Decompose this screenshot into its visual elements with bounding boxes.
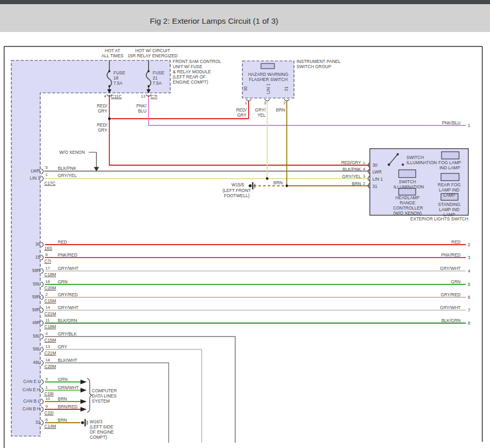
sam-lin1-label: LIN 1 xyxy=(19,175,40,181)
ground-row-conn: C14M xyxy=(44,424,56,429)
wo-xenon-pointer xyxy=(89,152,99,171)
row-wire-name: BLK/WHT xyxy=(58,358,77,363)
row-left-label: 49L xyxy=(19,360,40,365)
circuit-num: 4 xyxy=(468,268,470,274)
row-conn: C20M xyxy=(44,364,56,369)
fog-lamp-label: FOG LAMP IND LAMP xyxy=(436,160,463,170)
ground1-name: W15/5 xyxy=(227,182,249,187)
row-wire-name-right: GRY/WHT xyxy=(410,305,461,310)
hazard-pin-bottom-3: 3 xyxy=(256,101,266,105)
ground1-location: (LEFT FRONT FOOTWELL) xyxy=(220,188,254,198)
row-wire-name: PNK/RED xyxy=(58,252,77,258)
can-left-label: CAN E L xyxy=(15,379,40,384)
row-pin: 16 xyxy=(45,279,50,284)
row-conn: C15M xyxy=(44,298,56,303)
row-wire-name-right: GRN xyxy=(410,279,461,284)
circuit-num: 7 xyxy=(468,308,470,313)
row-wire-name-right: RED xyxy=(410,239,461,245)
row-conn: C20M xyxy=(44,285,56,291)
ground-symbol-w16-3 xyxy=(81,419,87,426)
row-pin: 18 xyxy=(45,358,50,362)
can-pin: 3 xyxy=(45,377,47,381)
wire-gry xyxy=(45,349,202,443)
row-left-label: 30 xyxy=(19,242,40,247)
row-left-label: 58L xyxy=(19,281,40,286)
row-wire-name: GRY/WHT xyxy=(58,305,78,310)
sw-in-pin-4: 4 xyxy=(358,167,365,171)
switch-illumination-1: SWITCH ILLUMINATION xyxy=(406,155,437,165)
row-left-label: 58R xyxy=(19,294,40,299)
sw-in-brn: BRN xyxy=(325,181,361,186)
sw-in-blk-pnk: BLK/PNK xyxy=(325,167,361,172)
row-conn: C18M xyxy=(44,272,56,277)
fuse21-pin: 13 xyxy=(135,94,145,99)
can-pin: 9 xyxy=(45,404,47,409)
sw-in-gry-yel: GRY/YEL xyxy=(325,174,361,179)
ground-row-wire-name: BRN xyxy=(58,418,67,423)
instrument-panel-group-label: INSTRUMENT PANEL SWITCH GROUP xyxy=(297,59,340,69)
junction-dots xyxy=(108,118,288,187)
circuit-num: 3 xyxy=(468,255,470,260)
row-wire-name: GRY/BLK xyxy=(58,331,77,337)
can-wire-name: GRN xyxy=(58,377,68,382)
can-conn: C19I xyxy=(44,391,54,396)
can-arrows xyxy=(80,380,87,412)
sw-inner-31: 31 xyxy=(372,184,377,189)
ground2-location: (LEFT SIDE OF ENGINE COMPT) xyxy=(90,424,114,440)
sw-in-pin-2: 2 xyxy=(358,181,365,186)
hazard-pin-bottom-2: 2 xyxy=(275,101,286,105)
can-left-label: CAN B H xyxy=(15,406,40,411)
wo-xenon-label: W/O XENON xyxy=(59,150,85,155)
row-pin: 17 xyxy=(45,266,50,270)
row-pin: 4 xyxy=(45,331,47,336)
sw-inner-lin1: LIN 1 xyxy=(372,177,383,182)
computer-data-lines-label: COMPUTER DATA LINES SYSTEM xyxy=(92,388,117,404)
sam-lwr-pin: 5 xyxy=(45,165,47,170)
hot-relay-label: HOT W/ CIRCUIT 15R RELAY ENERGIZED xyxy=(122,48,184,58)
row-pin: 13 xyxy=(45,344,50,349)
can-pin: 10 xyxy=(45,396,50,401)
sam-lwr-label: LWR xyxy=(19,168,40,173)
sam-lwr-wire-label: BLK/PNK xyxy=(58,166,76,171)
row-conn: C7I xyxy=(44,259,51,264)
row-conn: C15M xyxy=(44,338,56,343)
circuit-num: 5 xyxy=(468,282,470,287)
hazard-pin-31: 31 xyxy=(284,81,289,97)
wire-label-red-gry-1: RED/ GRY xyxy=(87,103,107,114)
row-left-label: 49R xyxy=(19,320,40,325)
row-left-label: 58L xyxy=(19,333,40,339)
can-wire-name: BRN xyxy=(58,396,67,402)
circuit-num: 6 xyxy=(468,295,470,300)
can-left-label: CAN E H xyxy=(15,387,40,392)
fuse18-pin: 4 xyxy=(96,94,106,99)
sw-in-red-gry: RED/GRY xyxy=(325,160,361,165)
sw-inner-30: 30 xyxy=(372,163,377,168)
row-left-label: 58L xyxy=(19,346,40,351)
row-wire-name-right: GRY/RED xyxy=(410,292,461,297)
row-conn: 16S xyxy=(44,246,52,251)
hazard-pin-bottom-1: 1 xyxy=(237,101,247,105)
row-conn: C18M xyxy=(44,324,56,329)
circuit-num-1: 1 xyxy=(468,123,470,128)
circuit-num: 8 xyxy=(468,321,470,326)
row-pin: 14 xyxy=(45,305,50,310)
ground-row-pin: 5 xyxy=(45,418,47,422)
circuit-num: 2 xyxy=(468,242,470,247)
row-wire-name: GRY/RED xyxy=(58,292,78,297)
wire-label-red-gry-2: RED/ GRY xyxy=(87,122,107,133)
pin-brackets xyxy=(41,94,370,425)
hazard-wire-gry-yel: GRY/ YEL xyxy=(245,107,266,118)
headlamp-range-label: HEADLAMP RANGE CONTROLLER (W/O XENON) xyxy=(393,195,422,216)
can-pin: 1 xyxy=(45,385,47,390)
ground-row-left: 31 xyxy=(19,420,40,425)
can-left-label: CAN B L xyxy=(15,398,40,404)
row-wire-name-right: GRY/WHT xyxy=(410,266,461,271)
standing-lamp-label: STANDING LAMP IND LAMP xyxy=(434,202,464,217)
can-wire-name: GRN/WHT xyxy=(58,385,79,390)
row-conn: C21M xyxy=(44,311,56,316)
row-wire-name: BLK/GRN xyxy=(58,318,77,323)
exterior-lights-switch-caption: EXTERIOR LIGHTS SWITCH xyxy=(391,216,468,221)
row-left-label: 58R xyxy=(19,307,40,312)
fuse21-label: FUSE 21 7.5A xyxy=(153,70,165,86)
fuse18-conn: C11C xyxy=(111,94,122,99)
